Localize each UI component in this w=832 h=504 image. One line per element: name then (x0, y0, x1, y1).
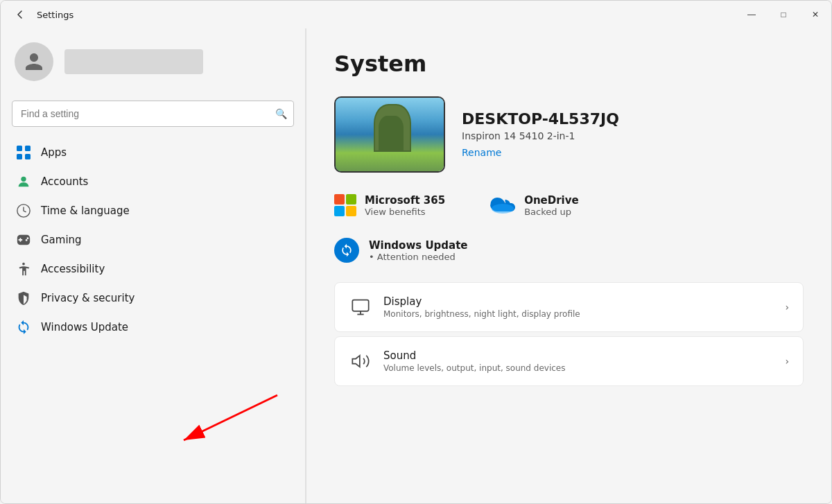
rename-link[interactable]: Rename (462, 147, 501, 158)
update-arrow-icon (340, 243, 354, 257)
quick-cards: Microsoft 365 View benefits OneDrive (334, 192, 804, 218)
display-svg-icon (351, 297, 370, 317)
display-chevron-icon: › (785, 302, 789, 313)
sidebar-item-apps[interactable]: Apps (6, 138, 300, 167)
sidebar-item-privacy[interactable]: Privacy & security (6, 284, 300, 313)
user-section (1, 28, 305, 95)
main-panel: System DESKTOP-4L537JQ Inspiron 14 5410 … (306, 28, 831, 503)
device-name: DESKTOP-4L537JQ (462, 110, 804, 128)
svg-rect-2 (17, 154, 22, 159)
sidebar-item-accounts[interactable]: Accounts (6, 167, 300, 196)
display-setting[interactable]: Display Monitors, brightness, night ligh… (334, 282, 804, 332)
sidebar-item-accessibility-label: Accessibility (41, 263, 105, 275)
svg-point-4 (21, 177, 26, 182)
window-title: Settings (37, 10, 73, 20)
sidebar-item-accessibility[interactable]: Accessibility (6, 254, 300, 284)
svg-point-6 (22, 263, 25, 266)
update-subtitle: Attention needed (369, 252, 468, 262)
sidebar-item-privacy-label: Privacy & security (41, 292, 135, 304)
svg-rect-1 (25, 146, 31, 151)
sound-icon (349, 349, 372, 373)
ms365-subtitle: View benefits (365, 207, 445, 217)
sound-title: Sound (383, 349, 774, 362)
gaming-icon (16, 232, 31, 247)
sidebar-item-gaming[interactable]: Gaming (6, 225, 300, 254)
sidebar-item-gaming-label: Gaming (41, 234, 82, 246)
privacy-icon (16, 290, 31, 306)
device-model: Inspiron 14 5410 2-in-1 (462, 130, 804, 141)
device-image (334, 96, 445, 173)
onedrive-info: OneDrive Backed up (524, 194, 579, 217)
accounts-icon (16, 174, 31, 189)
sidebar-item-windows-update[interactable]: Windows Update (6, 313, 300, 342)
sidebar-item-apps-label: Apps (41, 146, 67, 159)
sound-info: Sound Volume levels, output, input, soun… (383, 349, 774, 373)
content-area: 🔍 Apps (1, 28, 831, 503)
search-icon: 🔍 (275, 108, 287, 119)
sound-svg-icon (351, 351, 370, 371)
accessibility-icon (16, 261, 31, 277)
device-info: DESKTOP-4L537JQ Inspiron 14 5410 2-in-1 … (462, 110, 804, 159)
nav-list: Apps Accounts (1, 138, 305, 503)
titlebar: Settings — □ ✕ (1, 1, 831, 28)
svg-point-7 (492, 204, 514, 214)
user-icon (24, 51, 44, 72)
svg-marker-11 (352, 356, 359, 367)
display-subtitle: Monitors, brightness, night light, displ… (383, 309, 774, 319)
apps-icon (16, 145, 31, 160)
onedrive-title: OneDrive (524, 194, 579, 207)
display-info: Display Monitors, brightness, night ligh… (383, 295, 774, 319)
search-input[interactable] (12, 101, 294, 127)
ms365-icon (334, 194, 356, 216)
window-controls: — □ ✕ (736, 1, 831, 28)
svg-rect-8 (352, 300, 368, 311)
update-icon (334, 238, 359, 263)
windows-update-icon (16, 320, 31, 335)
ms365-title: Microsoft 365 (365, 194, 445, 207)
onedrive-subtitle: Backed up (524, 207, 579, 217)
username-bar (64, 49, 203, 74)
microsoft365-card[interactable]: Microsoft 365 View benefits (334, 192, 445, 218)
svg-rect-3 (25, 154, 31, 159)
sound-subtitle: Volume levels, output, input, sound devi… (383, 363, 774, 373)
update-section[interactable]: Windows Update Attention needed (334, 238, 804, 263)
svg-rect-0 (17, 146, 22, 151)
sidebar-item-time-label: Time & language (41, 205, 130, 217)
sound-chevron-icon: › (785, 356, 789, 367)
page-title: System (334, 51, 804, 77)
sound-setting[interactable]: Sound Volume levels, output, input, soun… (334, 336, 804, 386)
close-button[interactable]: ✕ (799, 1, 831, 28)
back-button[interactable] (9, 3, 31, 26)
sidebar-item-accounts-label: Accounts (41, 175, 88, 188)
update-info: Windows Update Attention needed (369, 239, 468, 262)
sidebar-item-update-label: Windows Update (41, 321, 128, 333)
minimize-button[interactable]: — (736, 1, 768, 28)
sidebar: 🔍 Apps (1, 28, 306, 503)
sidebar-item-time-language[interactable]: Time & language (6, 196, 300, 225)
settings-window: Settings — □ ✕ 🔍 (0, 0, 832, 504)
avatar[interactable] (15, 42, 53, 81)
search-box: 🔍 (12, 101, 294, 127)
time-icon (16, 203, 31, 218)
display-title: Display (383, 295, 774, 308)
maximize-button[interactable]: □ (768, 1, 799, 28)
device-image-inner (336, 98, 444, 171)
onedrive-icon (490, 196, 515, 214)
settings-list: Display Monitors, brightness, night ligh… (334, 282, 804, 389)
device-card: DESKTOP-4L537JQ Inspiron 14 5410 2-in-1 … (334, 96, 804, 173)
update-title: Windows Update (369, 239, 468, 252)
ms365-info: Microsoft 365 View benefits (365, 194, 445, 217)
onedrive-card[interactable]: OneDrive Backed up (489, 192, 579, 218)
display-icon (349, 295, 372, 319)
onedrive-icon-wrapper (489, 192, 516, 218)
